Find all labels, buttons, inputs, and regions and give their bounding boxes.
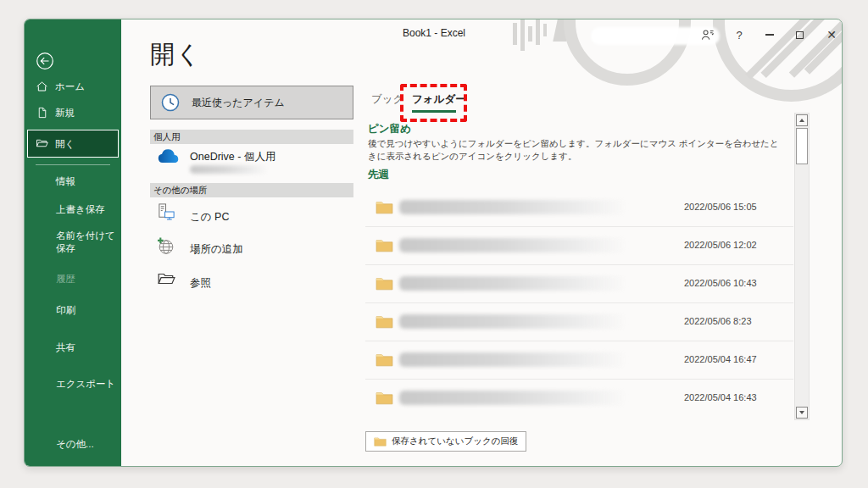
- watermark-bar: [543, 24, 547, 36]
- sidebar-item-open-selected[interactable]: 開く: [27, 130, 119, 158]
- titlebar: Book1 - Excel ? ✕: [25, 19, 842, 50]
- folder-date: 2022/05/06 8:23: [684, 316, 752, 326]
- redacted-email: [190, 165, 268, 174]
- folder-row[interactable]: 2022/05/06 12:02: [365, 227, 793, 265]
- red-dashed-highlight: [400, 84, 467, 122]
- window-title: Book1 - Excel: [366, 27, 502, 39]
- sidebar-item-label: ホーム: [55, 80, 85, 93]
- folder-row[interactable]: 2022/05/04 16:43: [365, 380, 793, 418]
- watermark-bar: [528, 26, 532, 42]
- recent-items-button[interactable]: 最近使ったアイテム: [150, 86, 353, 119]
- sidebar-item-print[interactable]: 印刷: [56, 304, 75, 317]
- help-icon[interactable]: ?: [730, 25, 748, 44]
- tab-books[interactable]: ブック: [371, 92, 403, 107]
- redacted-folder-name: [399, 276, 626, 291]
- folder-icon: [376, 314, 393, 329]
- redacted-folder-name: [399, 352, 626, 367]
- this-pc-icon: [157, 202, 176, 221]
- folder-row[interactable]: 2022/05/04 16:47: [365, 341, 793, 380]
- scrollbar[interactable]: [794, 113, 810, 420]
- folder-list: 2022/05/06 15:05 2022/05/06 12:02 2022/0…: [365, 189, 793, 418]
- sidebar-item-share[interactable]: 共有: [56, 341, 75, 354]
- redacted-folder-name: [399, 391, 626, 405]
- folder-row[interactable]: 2022/05/06 15:05: [365, 189, 793, 227]
- close-button[interactable]: ✕: [822, 25, 841, 44]
- folder-icon: [374, 436, 387, 446]
- place-label: 参照: [190, 276, 211, 291]
- sidebar-divider: [36, 164, 110, 165]
- desktop: Book1 - Excel ? ✕: [0, 0, 868, 488]
- folder-date: 2022/05/06 15:05: [684, 202, 757, 212]
- recent-items-label: 最近使ったアイテム: [192, 96, 285, 110]
- folder-date: 2022/05/06 12:02: [684, 240, 757, 250]
- scroll-up-icon[interactable]: [796, 114, 808, 126]
- folder-icon: [376, 391, 393, 405]
- sidebar-item-save-as[interactable]: 名前を付けて保存: [56, 230, 119, 255]
- redacted-folder-name: [399, 200, 626, 214]
- watermark-bar: [513, 23, 517, 45]
- onedrive-cloud-icon: [155, 147, 181, 164]
- place-label: OneDrive - 個人用: [190, 150, 275, 164]
- sidebar-item-more[interactable]: その他...: [56, 438, 94, 451]
- new-document-icon: [37, 107, 52, 119]
- section-header-personal: 個人用: [150, 130, 353, 144]
- sidebar-item-label: 新規: [55, 107, 75, 119]
- browse-folder-icon: [157, 271, 175, 286]
- recover-unsaved-button[interactable]: 保存されていないブックの回復: [365, 431, 526, 452]
- watermark-bar: [536, 19, 540, 45]
- redacted-folder-name: [399, 314, 626, 329]
- feedback-person-icon[interactable]: [698, 25, 716, 44]
- sidebar-item-info[interactable]: 情報: [56, 175, 75, 188]
- sidebar-item-label: 開く: [55, 138, 75, 151]
- excel-window: Book1 - Excel ? ✕: [24, 19, 843, 467]
- folder-icon: [376, 200, 393, 214]
- sidebar-item-save[interactable]: 上書き保存: [56, 203, 105, 216]
- maximize-button[interactable]: [790, 25, 809, 44]
- redacted-folder-name: [399, 238, 626, 252]
- place-label: この PC: [190, 210, 229, 225]
- folder-date: 2022/05/04 16:47: [684, 354, 757, 364]
- watermark-bar: [520, 19, 525, 51]
- section-header-other: その他の場所: [150, 183, 353, 197]
- sidebar-item-export[interactable]: エクスポート: [56, 378, 115, 391]
- backstage-sidebar: ホーム 新規 開く 情報 上書き保存: [25, 19, 121, 467]
- place-label: 場所の追加: [190, 242, 243, 257]
- folder-row[interactable]: 2022/05/06 8:23: [365, 303, 793, 341]
- sidebar-item-new[interactable]: 新規: [25, 105, 121, 120]
- recover-unsaved-label: 保存されていないブックの回復: [392, 435, 518, 447]
- last-week-heading: 先週: [368, 168, 389, 182]
- add-place-globe-icon: [156, 236, 175, 256]
- folder-icon: [376, 238, 393, 252]
- scrollbar-thumb[interactable]: [796, 128, 808, 164]
- open-folder-icon: [36, 138, 48, 148]
- back-button[interactable]: [36, 52, 54, 70]
- folder-row[interactable]: 2022/05/06 10:43: [365, 265, 793, 303]
- sidebar-item-home[interactable]: ホーム: [25, 79, 121, 94]
- clock-icon: [160, 92, 181, 113]
- folder-date: 2022/05/06 10:43: [684, 278, 757, 288]
- folder-icon: [376, 276, 393, 291]
- scroll-down-icon[interactable]: [796, 407, 808, 419]
- pinned-description: 後で見つけやすいようにフォルダーをピン留めします。フォルダーにマウス ポインター…: [368, 137, 782, 163]
- sidebar-item-history: 履歴: [56, 273, 75, 286]
- pinned-heading: ピン留め: [368, 122, 411, 136]
- home-icon: [36, 80, 50, 92]
- minimize-button[interactable]: [760, 25, 779, 44]
- folder-icon: [376, 352, 393, 367]
- folder-date: 2022/05/04 16:43: [684, 392, 757, 402]
